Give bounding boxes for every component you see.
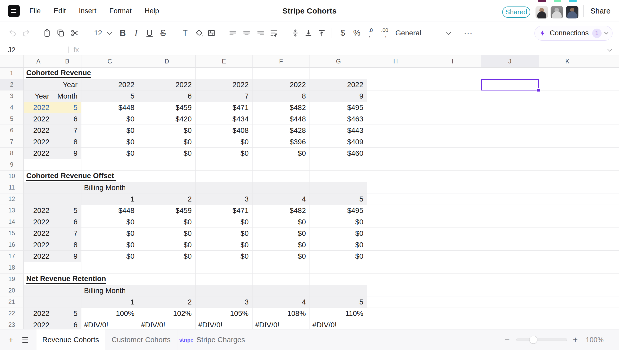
cell-E14[interactable]: $0 bbox=[196, 216, 253, 228]
cell-E6[interactable]: $408 bbox=[196, 125, 253, 136]
menu-file[interactable]: File bbox=[29, 7, 41, 15]
cell-K2[interactable] bbox=[539, 79, 596, 90]
cell-H2[interactable] bbox=[367, 79, 424, 90]
cell-x3[interactable] bbox=[596, 90, 619, 102]
cell-F20[interactable] bbox=[253, 285, 310, 296]
cell-D18[interactable] bbox=[138, 262, 196, 274]
cell-A19[interactable]: Net Revenue Retention bbox=[24, 274, 53, 285]
cell-J15[interactable] bbox=[481, 228, 539, 239]
cell-F15[interactable]: $0 bbox=[253, 228, 310, 239]
zoom-out-button[interactable]: − bbox=[501, 329, 513, 350]
cell-I9[interactable] bbox=[424, 159, 481, 171]
underline-icon[interactable]: U bbox=[146, 22, 153, 44]
cell-I4[interactable] bbox=[424, 102, 481, 113]
cell-K3[interactable] bbox=[539, 90, 596, 102]
cell-K9[interactable] bbox=[539, 159, 596, 171]
row-header-20[interactable]: 20 bbox=[0, 285, 24, 296]
cell-H18[interactable] bbox=[367, 262, 424, 274]
cell-B14[interactable]: 6 bbox=[53, 216, 81, 228]
row-header-14[interactable]: 14 bbox=[0, 216, 24, 228]
cell-A10[interactable]: Cohorted Revenue Offset bbox=[24, 171, 53, 182]
cell-x16[interactable] bbox=[596, 239, 619, 251]
cell-x2[interactable] bbox=[596, 79, 619, 90]
cell-J17[interactable] bbox=[481, 251, 539, 262]
cell-A7[interactable]: 2022 bbox=[24, 136, 53, 148]
cell-I18[interactable] bbox=[424, 262, 481, 274]
cell-I2[interactable] bbox=[424, 79, 481, 90]
cell-x20[interactable] bbox=[596, 285, 619, 296]
sheet-tab-customer-cohorts[interactable]: Customer Cohorts bbox=[105, 329, 177, 350]
cell-E17[interactable]: $0 bbox=[196, 251, 253, 262]
cell-reference-box[interactable]: J2 bbox=[8, 44, 16, 55]
col-header-B[interactable]: B bbox=[53, 55, 81, 68]
cell-x5[interactable] bbox=[596, 113, 619, 125]
cell-I3[interactable] bbox=[424, 90, 481, 102]
row-header-16[interactable]: 16 bbox=[0, 239, 24, 251]
zoom-slider-thumb[interactable] bbox=[529, 336, 537, 344]
cell-F5[interactable]: $448 bbox=[253, 113, 310, 125]
cell-A11[interactable] bbox=[24, 182, 53, 193]
row-header-21[interactable]: 21 bbox=[0, 296, 24, 308]
cell-H22[interactable] bbox=[367, 308, 424, 319]
avatar[interactable] bbox=[566, 6, 578, 18]
row-header-2[interactable]: 2 bbox=[0, 79, 24, 90]
row-header-13[interactable]: 13 bbox=[0, 205, 24, 216]
cell-A2[interactable] bbox=[24, 79, 53, 90]
cell-J22[interactable] bbox=[481, 308, 539, 319]
cell-I22[interactable] bbox=[424, 308, 481, 319]
cell-D16[interactable]: $0 bbox=[138, 239, 196, 251]
cell-I17[interactable] bbox=[424, 251, 481, 262]
cell-K22[interactable] bbox=[539, 308, 596, 319]
cell-F17[interactable]: $0 bbox=[253, 251, 310, 262]
cell-A5[interactable]: 2022 bbox=[24, 113, 53, 125]
cell-K14[interactable] bbox=[539, 216, 596, 228]
cell-C3[interactable]: 5 bbox=[81, 90, 138, 102]
cell-F22[interactable]: 108% bbox=[253, 308, 310, 319]
menu-insert[interactable]: Insert bbox=[79, 7, 96, 15]
cell-H10[interactable] bbox=[367, 171, 424, 182]
cell-H15[interactable] bbox=[367, 228, 424, 239]
cell-F3[interactable]: 8 bbox=[253, 90, 310, 102]
cell-A4[interactable]: 2022 bbox=[24, 102, 53, 113]
cell-H19[interactable] bbox=[367, 274, 424, 285]
cell-K1[interactable] bbox=[539, 68, 596, 79]
cell-K23[interactable] bbox=[539, 319, 596, 329]
cell-J14[interactable] bbox=[481, 216, 539, 228]
cell-K17[interactable] bbox=[539, 251, 596, 262]
cell-D7[interactable]: $0 bbox=[138, 136, 196, 148]
cell-A17[interactable]: 2022 bbox=[24, 251, 53, 262]
cell-F12[interactable]: 4 bbox=[253, 193, 310, 205]
cell-I1[interactable] bbox=[424, 68, 481, 79]
vertical-align-top-icon[interactable] bbox=[317, 22, 326, 44]
row-header-15[interactable]: 15 bbox=[0, 228, 24, 239]
cell-E9[interactable] bbox=[196, 159, 253, 171]
redo-icon[interactable] bbox=[21, 22, 30, 44]
cell-H1[interactable] bbox=[367, 68, 424, 79]
cell-D23[interactable]: #DIV/0! bbox=[138, 319, 196, 329]
cell-I10[interactable] bbox=[424, 171, 481, 182]
cell-D9[interactable] bbox=[138, 159, 196, 171]
cell-A22[interactable]: 2022 bbox=[24, 308, 53, 319]
document-title[interactable]: Stripe Cohorts bbox=[282, 0, 337, 22]
col-header-D[interactable]: D bbox=[138, 55, 196, 68]
menu-help[interactable]: Help bbox=[145, 7, 159, 15]
cell-D17[interactable]: $0 bbox=[138, 251, 196, 262]
zoom-in-button[interactable]: + bbox=[570, 329, 581, 350]
cell-C11[interactable]: Billing Month bbox=[81, 182, 138, 193]
row-header-9[interactable]: 9 bbox=[0, 159, 24, 171]
cell-F21[interactable]: 4 bbox=[253, 296, 310, 308]
cell-I16[interactable] bbox=[424, 239, 481, 251]
cell-F14[interactable]: $0 bbox=[253, 216, 310, 228]
cell-K19[interactable] bbox=[539, 274, 596, 285]
col-header-E[interactable]: E bbox=[196, 55, 253, 68]
cell-D3[interactable]: 6 bbox=[138, 90, 196, 102]
cell-H6[interactable] bbox=[367, 125, 424, 136]
cell-A1[interactable]: Cohorted Revenue bbox=[24, 68, 53, 79]
font-size-value[interactable]: 12 bbox=[94, 22, 102, 44]
row-header-12[interactable]: 12 bbox=[0, 193, 24, 205]
cell-I11[interactable] bbox=[424, 182, 481, 193]
cell-x4[interactable] bbox=[596, 102, 619, 113]
grid-corner[interactable] bbox=[0, 55, 24, 68]
cell-G21[interactable]: 5 bbox=[310, 296, 367, 308]
cell-E1[interactable] bbox=[196, 68, 253, 79]
